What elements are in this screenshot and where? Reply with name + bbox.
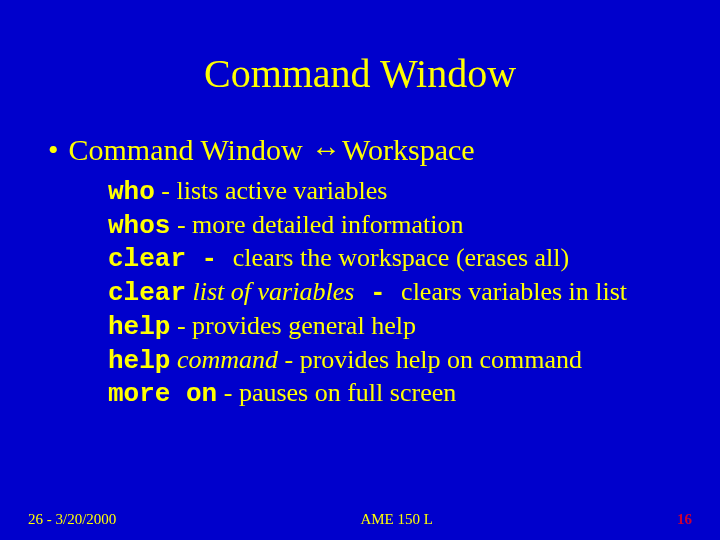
bullet-right: Workspace [342, 133, 475, 166]
cmd-desc: pauses on full screen [239, 378, 456, 407]
cmd-sep: - [155, 176, 177, 205]
cmd-desc: clears the workspace (erases all) [233, 243, 569, 272]
cmd-sep: - [170, 311, 192, 340]
cmd-arg: list of variables [186, 277, 354, 306]
bullet-heading: • Command Window ↔Workspace [48, 133, 680, 167]
footer-center: AME 150 L [360, 511, 433, 528]
cmd-arg: command [170, 345, 278, 374]
command-list: who - lists active variables whos - more… [48, 175, 680, 411]
cmd-sep: - [278, 345, 300, 374]
footer: 26 - 3/20/2000 AME 150 L 16 [0, 511, 720, 528]
slide-title: Command Window [0, 0, 720, 133]
list-item: help command - provides help on command [108, 344, 680, 378]
cmd-name: help [108, 346, 170, 376]
cmd-desc: clears variables in list [401, 277, 627, 306]
cmd-name: clear [108, 244, 186, 274]
cmd-name: help [108, 312, 170, 342]
cmd-name: clear [108, 278, 186, 308]
bullet-left: Command Window [69, 133, 311, 166]
cmd-sep: - [217, 378, 239, 407]
cmd-desc: provides general help [192, 311, 416, 340]
cmd-name: more on [108, 379, 217, 409]
cmd-sep: - [186, 244, 233, 274]
cmd-sep: - [170, 210, 192, 239]
list-item: whos - more detailed information [108, 209, 680, 243]
page-number: 16 [677, 511, 692, 528]
list-item: clear list of variables - clears variabl… [108, 276, 680, 310]
double-arrow-icon: ↔ [310, 133, 342, 166]
bullet-icon: • [48, 135, 59, 165]
list-item: clear - clears the workspace (erases all… [108, 242, 680, 276]
cmd-desc: more detailed information [192, 210, 463, 239]
cmd-desc: lists active variables [176, 176, 387, 205]
cmd-name: who [108, 177, 155, 207]
cmd-sep: - [354, 278, 401, 308]
list-item: help - provides general help [108, 310, 680, 344]
content-area: • Command Window ↔Workspace who - lists … [0, 133, 720, 411]
cmd-desc: provides help on command [300, 345, 582, 374]
bullet-text: Command Window ↔Workspace [69, 133, 475, 167]
list-item: who - lists active variables [108, 175, 680, 209]
cmd-name: whos [108, 211, 170, 241]
list-item: more on - pauses on full screen [108, 377, 680, 411]
footer-left: 26 - 3/20/2000 [28, 511, 116, 528]
